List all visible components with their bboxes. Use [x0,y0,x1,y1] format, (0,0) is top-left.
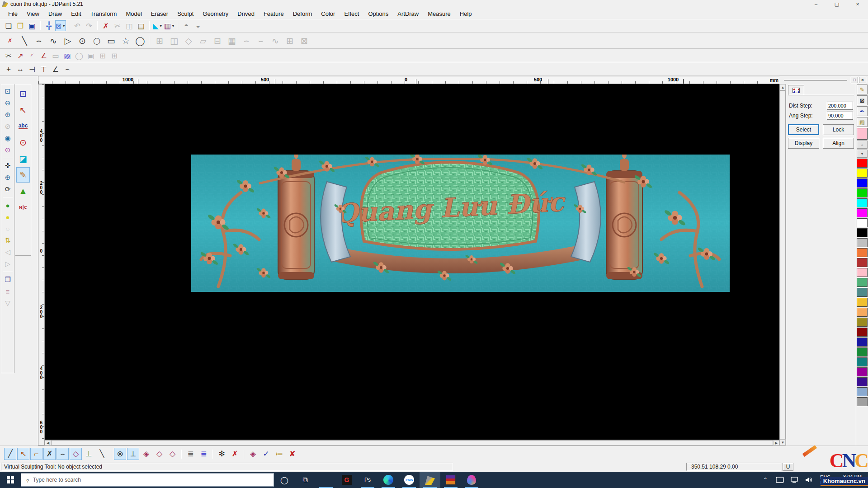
horizontal-scrollbar[interactable]: ◀ ▶ [45,440,779,446]
draw-rectangle-tool[interactable]: ▭ [104,34,118,47]
snap-intersection[interactable]: ✗ [43,448,56,460]
chamfer-tool[interactable]: ∠ [38,50,49,61]
draw-point-tool[interactable]: ✗ [3,34,17,47]
color-swatch-3[interactable] [857,188,868,197]
snap-nearest[interactable]: ↖ [17,448,29,460]
snap-grid[interactable]: ⊗ [114,448,126,460]
select-button[interactable]: Select [788,124,819,135]
horizontal-scroll-thumb[interactable] [51,440,773,446]
snap-quadrant[interactable]: ◇ [70,448,82,460]
lock-button[interactable]: Lock [823,124,854,135]
task-view-button[interactable]: ⧉ [295,472,316,488]
scroll-down-icon[interactable]: ▼ [780,439,786,446]
toolpath-tool[interactable]: N⎮C [16,200,30,215]
menu-draw[interactable]: Draw [44,9,66,19]
palette-scroll-down-icon[interactable]: ▼ [857,150,868,158]
snap-perpendicular[interactable]: ⊥ [83,448,95,460]
current-color-swatch[interactable] [857,128,868,140]
tray-chevron-icon[interactable]: ⌃ [759,477,772,483]
surface-top-button[interactable]: ◓ [181,20,192,31]
color-swatch-9[interactable] [857,248,868,257]
align-layer-arrow-button[interactable]: ≣ [198,448,210,460]
pattern-edit-tool[interactable]: ▨ [857,117,868,127]
verify-path-button[interactable]: ✓ [260,448,272,460]
color-swatch-22[interactable] [857,377,868,386]
draw-star-tool[interactable]: ☆ [119,34,132,47]
zoom-window-tool[interactable]: ⊡ [2,86,13,97]
extend-tool[interactable]: ↗ [15,50,26,61]
dist-step-input[interactable] [827,102,853,110]
snap-cross-button[interactable]: ╬ [43,20,54,31]
measure-distance-button[interactable]: ↔ [15,64,26,75]
relief-lamp-tool[interactable]: ▲ [16,183,30,199]
vertical-scrollbar[interactable]: ▲ ▼ [779,84,786,446]
zoom-dynamic-tool[interactable]: ⊕ [2,172,13,183]
view-eye-tool[interactable]: ◉ [2,133,13,144]
color-swatch-0[interactable] [857,159,868,168]
color-swatch-10[interactable] [857,258,868,267]
new-file-button[interactable]: ❏ [3,20,14,31]
object-list-button[interactable]: ≔ [273,448,285,460]
app-winrar[interactable] [440,472,461,488]
pick-box-button[interactable]: ⊠▼ [55,20,66,31]
app-garena[interactable]: G [336,472,357,488]
scroll-up-icon[interactable]: ▲ [780,84,786,90]
dropdown-arrow-icon[interactable]: ▼ [159,24,163,28]
eraser-tool[interactable]: ◪ [16,151,30,166]
color-swatch-11[interactable] [857,268,868,277]
app-edge[interactable] [378,472,399,488]
refresh-view-tool[interactable]: ⟳ [2,184,13,195]
delete-all-button[interactable]: ✘ [286,448,298,460]
add-point-button[interactable]: ＋ [3,64,14,75]
taskbar-search-input[interactable]: ⌕ Type here to search [21,473,274,487]
fillet-tool[interactable]: ◜ [27,50,38,61]
color-swatch-4[interactable] [857,198,868,207]
snap-plane-1[interactable]: ◈ [140,448,152,460]
menu-model[interactable]: Model [121,9,146,19]
menu-help[interactable]: Help [455,9,476,19]
zoom-out-tool[interactable]: ⊖ [2,98,13,108]
zoom-query-tool[interactable]: ⊙ [2,145,13,155]
color-swatch-5[interactable] [857,208,868,217]
panel-restore-button[interactable]: □ [851,77,858,83]
menu-artdraw[interactable]: ArtDraw [393,9,423,19]
menu-feature[interactable]: Feature [259,9,288,19]
scroll-left-icon[interactable]: ◀ [45,440,51,446]
snap-arc-center[interactable]: ⌢ [57,448,69,460]
display-button[interactable]: Display [788,138,819,149]
app-photoshop[interactable]: Ps [357,472,378,488]
color-swatch-2[interactable] [857,178,868,188]
light-off-tool[interactable]: ● [2,211,13,222]
snap-tangent[interactable]: ╲ [96,448,108,460]
color-swatch-12[interactable] [857,278,868,287]
maximize-button[interactable]: ▢ [826,0,847,8]
color-swatch-13[interactable] [857,288,868,297]
app-jdpaint[interactable] [420,472,440,488]
color-swatch-15[interactable] [857,308,868,317]
draw-line-tool[interactable]: ╲ [18,34,31,47]
tablet-mode-icon[interactable] [773,477,787,483]
eyedropper-tool[interactable]: ✒ [857,106,868,116]
color-swatch-20[interactable] [857,357,868,366]
menu-sculpt[interactable]: Sculpt [173,9,198,19]
save-file-button[interactable]: ▣ [27,20,38,31]
measure-offset-button[interactable]: ⊣ [27,64,38,75]
measure-curve-button[interactable]: ⌢ [62,64,73,75]
start-button[interactable] [0,472,21,488]
menu-view[interactable]: View [22,9,44,19]
menu-measure[interactable]: Measure [423,9,455,19]
unit-toggle-button[interactable]: U [783,463,793,471]
surface-bottom-button[interactable]: ◒ [193,20,203,31]
open-file-button[interactable]: ❐ [15,20,26,31]
menu-color[interactable]: Color [316,9,340,19]
snap-axis[interactable]: ⟂ [127,448,139,460]
trim-tool[interactable]: ✂ [3,50,14,61]
draw-polyline-tool[interactable]: ∿ [47,34,60,47]
zoom-in-tool[interactable]: ⊕ [2,109,13,120]
virtual-sculpt-tool[interactable]: ✎ [16,167,30,183]
color-swatch-24[interactable] [857,397,868,406]
drop-to-surface-button[interactable]: ◈ [247,448,259,460]
panel-grip[interactable] [784,80,847,81]
paste-button[interactable]: ▤ [136,20,146,31]
pick-remove-button[interactable]: ✗ [229,448,241,460]
